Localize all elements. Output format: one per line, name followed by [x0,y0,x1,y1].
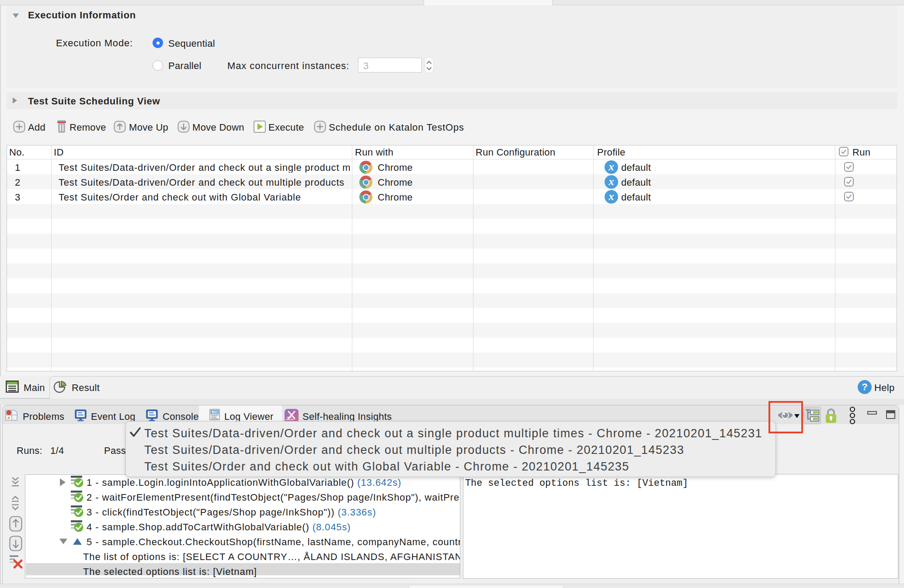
svg-text:HEALING: HEALING [286,419,294,421]
svg-text:LOG: LOG [211,411,218,414]
